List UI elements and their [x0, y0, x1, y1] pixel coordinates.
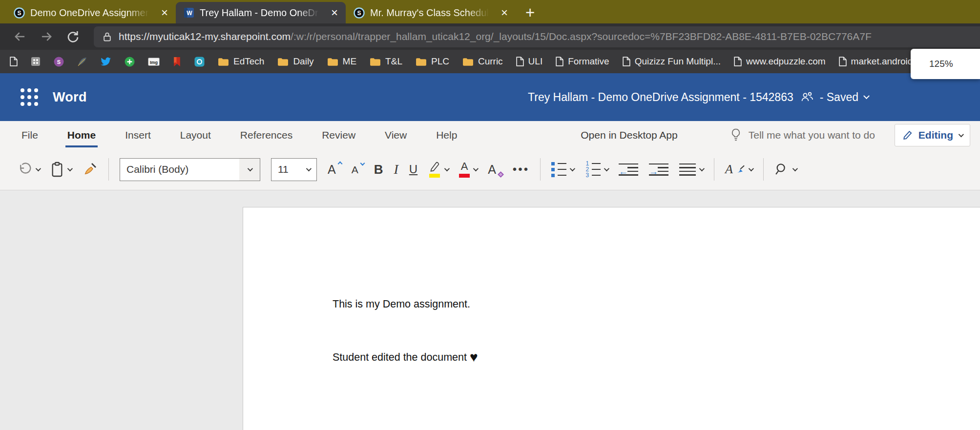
font-name-dropdown[interactable] [239, 159, 260, 181]
tab-view[interactable]: View [384, 123, 408, 147]
clipboard-icon [50, 162, 64, 177]
tab-review[interactable]: Review [321, 123, 356, 147]
bookmark-item[interactable] [10, 57, 18, 66]
smore-icon: S [54, 57, 64, 67]
more-options-icon: ••• [513, 163, 529, 176]
chevron-down-icon[interactable] [473, 166, 479, 171]
bookmark-item[interactable] [173, 57, 181, 67]
browser-tab-2-active[interactable]: W Trey Hallam - Demo OneDrive As × [176, 2, 346, 23]
chevron-down-icon[interactable] [444, 166, 450, 171]
open-in-desktop-app-button[interactable]: Open in Desktop App [581, 129, 677, 141]
more-options-button[interactable]: ••• [513, 163, 529, 176]
bookmark-item[interactable] [194, 57, 205, 67]
chevron-down-icon[interactable] [306, 166, 312, 171]
chevron-down-icon [248, 166, 253, 171]
bookmark-item[interactable]: PLC [416, 56, 449, 67]
increase-indent-button[interactable]: → [649, 164, 668, 176]
chevron-down-icon[interactable] [959, 131, 964, 137]
italic-button[interactable]: I [394, 163, 398, 176]
bookmark-item[interactable]: S [54, 57, 64, 67]
bookmark-item[interactable]: Daily [277, 56, 313, 67]
chevron-down-icon[interactable] [570, 166, 575, 171]
document-page[interactable]: This is my Demo assignment. Student edit… [243, 207, 980, 430]
find-button[interactable] [774, 162, 796, 177]
bookmark-item[interactable] [125, 57, 135, 67]
chevron-down-icon[interactable] [749, 166, 754, 171]
bookmark-item[interactable]: Img [148, 58, 160, 66]
address-bar[interactable]: https://myuticak12-my.sharepoint.com/:w:… [94, 26, 980, 47]
browser-tab-bar: S Demo OneDrive Assignment | Sch × W Tre… [0, 0, 980, 23]
browser-tab-3[interactable]: S Mr. Murray's Class Schedule | Sch × [346, 2, 516, 23]
alignment-button[interactable] [679, 164, 703, 176]
bookmark-item[interactable]: market.android... [839, 56, 921, 67]
clear-formatting-button[interactable]: A [488, 164, 502, 176]
back-icon[interactable] [7, 26, 33, 47]
chevron-down-icon[interactable] [699, 166, 705, 171]
close-icon[interactable]: × [498, 7, 511, 19]
tab-home[interactable]: Home [66, 123, 97, 147]
font-size-combobox[interactable]: 11 [271, 158, 317, 181]
tab-insert[interactable]: Insert [124, 123, 152, 147]
bookmark-item[interactable]: Quizizz Fun Multipl... [623, 56, 721, 67]
bookmark-item[interactable]: www.edpuzzle.com [734, 56, 826, 67]
search-icon [774, 162, 789, 177]
font-size-value: 11 [278, 164, 289, 175]
app-launcher-waffle-icon[interactable] [21, 88, 38, 106]
bookmark-item[interactable]: Formative [556, 56, 609, 67]
styles-button[interactable]: A [725, 163, 752, 176]
folder-icon [370, 57, 381, 66]
document-title-group[interactable]: Trey Hallam - Demo OneDrive Assignment -… [528, 91, 869, 104]
tab-references[interactable]: References [239, 123, 293, 147]
font-color-swatch [459, 174, 470, 178]
editing-mode-button[interactable]: Editing [895, 124, 970, 146]
bookmark-item[interactable]: EdTech [218, 56, 264, 67]
tab-file[interactable]: File [21, 123, 39, 147]
bookmark-item[interactable] [77, 57, 87, 67]
bookmark-item[interactable]: T&L [370, 56, 402, 67]
highlight-color-button[interactable] [428, 161, 448, 178]
close-icon[interactable]: × [328, 7, 341, 19]
close-icon[interactable]: × [158, 7, 171, 19]
bold-button[interactable]: B [374, 163, 383, 176]
paste-button[interactable] [50, 162, 71, 177]
chevron-down-icon[interactable] [36, 166, 41, 171]
ribbon-menu-row: File Home Insert Layout References Revie… [0, 121, 980, 149]
bookmark-label: ULI [528, 56, 543, 67]
bookmark-label: PLC [431, 56, 449, 67]
chevron-down-icon[interactable] [792, 166, 798, 171]
grow-font-button[interactable]: A [328, 164, 341, 176]
numbered-list-button[interactable]: 1 2 3 [584, 162, 608, 177]
chevron-down-icon[interactable] [863, 93, 870, 99]
bullet-list-button[interactable] [551, 162, 574, 177]
chevron-down-icon[interactable] [67, 166, 73, 171]
bookmark-item[interactable]: Curric [462, 56, 503, 67]
underline-button[interactable]: U [409, 164, 417, 175]
bookmark-item[interactable] [101, 57, 111, 66]
refresh-icon[interactable] [60, 26, 86, 47]
forward-icon[interactable] [33, 26, 60, 47]
document-title[interactable]: Trey Hallam - Demo OneDrive Assignment -… [528, 91, 793, 104]
undo-button[interactable] [18, 162, 40, 177]
word-favicon-icon: W [184, 7, 194, 18]
highlighter-icon [428, 161, 441, 178]
zoom-level-popup[interactable]: 125% [911, 49, 980, 79]
bookmark-item[interactable]: ME [327, 56, 357, 67]
chevron-down-icon[interactable] [604, 166, 609, 171]
bookmark-label: EdTech [233, 56, 264, 67]
browser-tab-1[interactable]: S Demo OneDrive Assignment | Sch × [6, 2, 176, 23]
svg-text:S: S [57, 59, 61, 65]
font-color-button[interactable]: A [459, 161, 477, 178]
decrease-indent-button[interactable]: ← [619, 164, 638, 176]
tab-help[interactable]: Help [435, 123, 458, 147]
format-painter-button[interactable] [82, 162, 98, 177]
increase-indent-icon: → [649, 164, 668, 176]
bookmark-item[interactable]: ULI [516, 56, 543, 67]
bookmark-item[interactable] [31, 57, 41, 66]
new-tab-button[interactable]: + [525, 4, 535, 20]
shrink-font-button[interactable]: A [352, 164, 363, 175]
page-icon [734, 57, 742, 66]
pencil-icon [902, 130, 913, 141]
tell-me-search[interactable]: Tell me what you want to do [730, 128, 875, 142]
font-name-combobox[interactable]: Calibri (Body) [120, 158, 260, 181]
tab-layout[interactable]: Layout [179, 123, 212, 147]
